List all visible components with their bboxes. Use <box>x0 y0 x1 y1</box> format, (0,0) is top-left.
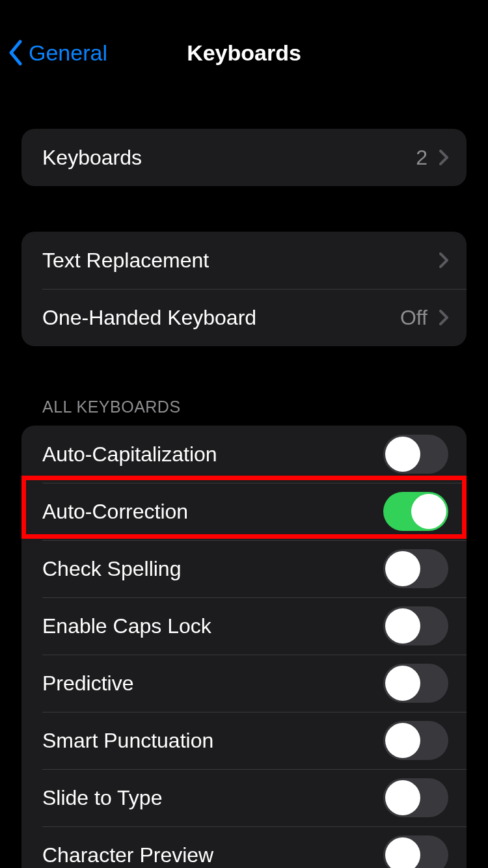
smart-punctuation-label: Smart Punctuation <box>42 729 383 753</box>
auto-capitalization-toggle[interactable] <box>383 435 448 474</box>
enable-caps-lock-label: Enable Caps Lock <box>42 614 383 638</box>
auto-capitalization-label: Auto-Capitalization <box>42 442 383 467</box>
keyboards-row[interactable]: Keyboards 2 <box>21 129 467 186</box>
auto-correction-toggle[interactable] <box>383 492 448 531</box>
chevron-left-icon <box>8 40 23 66</box>
one-handed-row[interactable]: One-Handed Keyboard Off <box>21 289 467 346</box>
page-title: Keyboards <box>187 40 301 66</box>
all-keyboards-group: Auto-Capitalization Auto-Correction Chec… <box>21 426 467 868</box>
enable-caps-lock-toggle[interactable] <box>383 606 448 645</box>
slide-to-type-toggle[interactable] <box>383 778 448 817</box>
check-spelling-toggle[interactable] <box>383 549 448 588</box>
predictive-label: Predictive <box>42 671 383 696</box>
keyboards-label: Keyboards <box>42 146 416 170</box>
chevron-right-icon <box>439 150 448 165</box>
back-label: General <box>29 40 107 66</box>
predictive-row: Predictive <box>21 655 467 712</box>
one-handed-value: Off <box>400 306 427 330</box>
keyboards-count: 2 <box>416 146 427 170</box>
character-preview-row: Character Preview <box>21 826 467 868</box>
chevron-right-icon <box>439 252 448 268</box>
keyboards-group: Keyboards 2 <box>21 129 467 186</box>
text-replacement-label: Text Replacement <box>42 249 439 273</box>
chevron-right-icon <box>439 310 448 325</box>
enable-caps-lock-row: Enable Caps Lock <box>21 597 467 655</box>
character-preview-label: Character Preview <box>42 843 383 867</box>
smart-punctuation-row: Smart Punctuation <box>21 712 467 769</box>
character-preview-toggle[interactable] <box>383 835 448 868</box>
auto-correction-row: Auto-Correction <box>21 483 467 540</box>
check-spelling-label: Check Spelling <box>42 557 383 581</box>
all-keyboards-header: ALL KEYBOARDS <box>21 398 467 426</box>
text-group: Text Replacement One-Handed Keyboard Off <box>21 232 467 346</box>
predictive-toggle[interactable] <box>383 664 448 703</box>
smart-punctuation-toggle[interactable] <box>383 721 448 760</box>
auto-capitalization-row: Auto-Capitalization <box>21 426 467 483</box>
auto-correction-label: Auto-Correction <box>42 500 383 524</box>
one-handed-label: One-Handed Keyboard <box>42 306 400 330</box>
check-spelling-row: Check Spelling <box>21 540 467 597</box>
slide-to-type-label: Slide to Type <box>42 786 383 810</box>
text-replacement-row[interactable]: Text Replacement <box>21 232 467 289</box>
slide-to-type-row: Slide to Type <box>21 769 467 826</box>
navigation-bar: General Keyboards <box>0 0 488 78</box>
back-button[interactable]: General <box>8 40 107 66</box>
